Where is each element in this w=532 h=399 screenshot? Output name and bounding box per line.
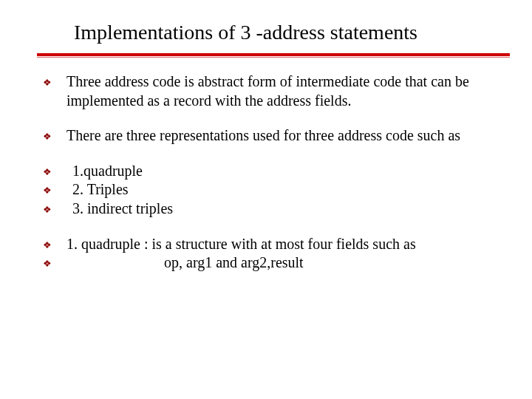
diamond-bullet-icon: ❖ — [43, 239, 52, 252]
diamond-bullet-icon: ❖ — [43, 258, 52, 270]
bullet-item-3: ❖ 1.quadruple — [43, 162, 495, 181]
bullet-text-4: 2. Triples — [66, 180, 495, 200]
bullet-list: ❖ Three address code is abstract form of… — [37, 72, 495, 273]
bullet-text-5: 3. indirect triples — [66, 200, 495, 219]
title-divider — [37, 53, 510, 56]
bullet-text-7-line2: op, arg1 and arg2,result — [66, 253, 495, 273]
bullet-group-quadruple: ❖ 1. quadruple : is a structure with at … — [43, 235, 495, 273]
diamond-bullet-icon: ❖ — [43, 185, 52, 197]
bullet-group-representations: ❖ 1.quadruple ❖ 2. Triples ❖ 3. indirect… — [43, 162, 495, 219]
slide-title: Implementations of 3 -address statements — [74, 21, 495, 44]
bullet-text-6-line1: 1. quadruple : is a structure with at mo… — [66, 235, 495, 254]
bullet-text-3: 1.quadruple — [66, 162, 495, 181]
slide-container: Implementations of 3 -address statements… — [0, 0, 532, 399]
bullet-item-2: ❖ There are three representations used f… — [43, 126, 495, 146]
bullet-item-1: ❖ Three address code is abstract form of… — [43, 72, 495, 110]
bullet-text-1: Three address code is abstract form of i… — [66, 72, 495, 110]
bullet-item-4: ❖ 2. Triples — [43, 180, 495, 200]
bullet-item-6: ❖ 1. quadruple : is a structure with at … — [43, 235, 495, 254]
bullet-item-7: ❖ op, arg1 and arg2,result — [43, 253, 495, 273]
diamond-bullet-icon: ❖ — [43, 77, 52, 89]
bullet-item-5: ❖ 3. indirect triples — [43, 200, 495, 219]
bullet-text-2: There are three representations used for… — [66, 126, 495, 146]
bullet-text-6: 1. quadruple : is a structure with at mo… — [66, 235, 495, 254]
bullet-text-7: op, arg1 and arg2,result — [66, 253, 495, 273]
diamond-bullet-icon: ❖ — [43, 204, 52, 216]
diamond-bullet-icon: ❖ — [43, 166, 52, 179]
diamond-bullet-icon: ❖ — [43, 131, 52, 143]
